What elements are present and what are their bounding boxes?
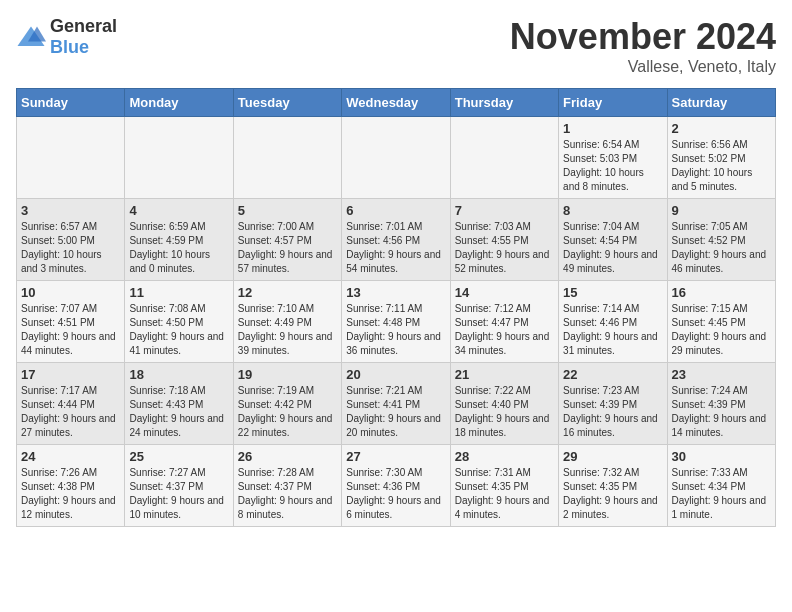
calendar-cell	[342, 117, 450, 199]
calendar-cell: 22Sunrise: 7:23 AM Sunset: 4:39 PM Dayli…	[559, 363, 667, 445]
calendar-header-row: SundayMondayTuesdayWednesdayThursdayFrid…	[17, 89, 776, 117]
day-info: Sunrise: 6:54 AM Sunset: 5:03 PM Dayligh…	[563, 138, 662, 194]
month-title: November 2024	[510, 16, 776, 58]
day-number: 3	[21, 203, 120, 218]
calendar-cell: 19Sunrise: 7:19 AM Sunset: 4:42 PM Dayli…	[233, 363, 341, 445]
calendar-table: SundayMondayTuesdayWednesdayThursdayFrid…	[16, 88, 776, 527]
day-number: 18	[129, 367, 228, 382]
day-info: Sunrise: 7:04 AM Sunset: 4:54 PM Dayligh…	[563, 220, 662, 276]
day-info: Sunrise: 6:59 AM Sunset: 4:59 PM Dayligh…	[129, 220, 228, 276]
calendar-cell	[450, 117, 558, 199]
day-info: Sunrise: 7:07 AM Sunset: 4:51 PM Dayligh…	[21, 302, 120, 358]
day-info: Sunrise: 7:08 AM Sunset: 4:50 PM Dayligh…	[129, 302, 228, 358]
calendar-cell: 27Sunrise: 7:30 AM Sunset: 4:36 PM Dayli…	[342, 445, 450, 527]
day-number: 15	[563, 285, 662, 300]
day-number: 22	[563, 367, 662, 382]
day-number: 19	[238, 367, 337, 382]
calendar-cell: 20Sunrise: 7:21 AM Sunset: 4:41 PM Dayli…	[342, 363, 450, 445]
calendar-cell: 14Sunrise: 7:12 AM Sunset: 4:47 PM Dayli…	[450, 281, 558, 363]
calendar-cell: 9Sunrise: 7:05 AM Sunset: 4:52 PM Daylig…	[667, 199, 775, 281]
day-number: 24	[21, 449, 120, 464]
calendar-cell: 24Sunrise: 7:26 AM Sunset: 4:38 PM Dayli…	[17, 445, 125, 527]
day-number: 1	[563, 121, 662, 136]
day-info: Sunrise: 7:00 AM Sunset: 4:57 PM Dayligh…	[238, 220, 337, 276]
calendar-cell: 7Sunrise: 7:03 AM Sunset: 4:55 PM Daylig…	[450, 199, 558, 281]
day-number: 6	[346, 203, 445, 218]
title-area: November 2024 Vallese, Veneto, Italy	[510, 16, 776, 76]
day-info: Sunrise: 7:30 AM Sunset: 4:36 PM Dayligh…	[346, 466, 445, 522]
day-info: Sunrise: 7:33 AM Sunset: 4:34 PM Dayligh…	[672, 466, 771, 522]
calendar-week-1: 1Sunrise: 6:54 AM Sunset: 5:03 PM Daylig…	[17, 117, 776, 199]
day-number: 23	[672, 367, 771, 382]
day-number: 16	[672, 285, 771, 300]
logo-text: General Blue	[50, 16, 117, 58]
day-number: 13	[346, 285, 445, 300]
logo: General Blue	[16, 16, 117, 58]
day-number: 9	[672, 203, 771, 218]
day-number: 25	[129, 449, 228, 464]
day-info: Sunrise: 7:17 AM Sunset: 4:44 PM Dayligh…	[21, 384, 120, 440]
calendar-cell: 30Sunrise: 7:33 AM Sunset: 4:34 PM Dayli…	[667, 445, 775, 527]
day-info: Sunrise: 7:05 AM Sunset: 4:52 PM Dayligh…	[672, 220, 771, 276]
day-info: Sunrise: 7:26 AM Sunset: 4:38 PM Dayligh…	[21, 466, 120, 522]
day-number: 30	[672, 449, 771, 464]
day-number: 14	[455, 285, 554, 300]
calendar-cell: 3Sunrise: 6:57 AM Sunset: 5:00 PM Daylig…	[17, 199, 125, 281]
day-info: Sunrise: 7:31 AM Sunset: 4:35 PM Dayligh…	[455, 466, 554, 522]
calendar-cell: 8Sunrise: 7:04 AM Sunset: 4:54 PM Daylig…	[559, 199, 667, 281]
calendar-cell	[17, 117, 125, 199]
day-header-friday: Friday	[559, 89, 667, 117]
header: General Blue November 2024 Vallese, Vene…	[16, 16, 776, 76]
calendar-cell: 21Sunrise: 7:22 AM Sunset: 4:40 PM Dayli…	[450, 363, 558, 445]
calendar-cell: 12Sunrise: 7:10 AM Sunset: 4:49 PM Dayli…	[233, 281, 341, 363]
calendar-cell: 1Sunrise: 6:54 AM Sunset: 5:03 PM Daylig…	[559, 117, 667, 199]
day-number: 12	[238, 285, 337, 300]
day-number: 2	[672, 121, 771, 136]
day-number: 7	[455, 203, 554, 218]
calendar-cell: 26Sunrise: 7:28 AM Sunset: 4:37 PM Dayli…	[233, 445, 341, 527]
calendar-cell: 10Sunrise: 7:07 AM Sunset: 4:51 PM Dayli…	[17, 281, 125, 363]
calendar-cell: 4Sunrise: 6:59 AM Sunset: 4:59 PM Daylig…	[125, 199, 233, 281]
calendar-cell: 2Sunrise: 6:56 AM Sunset: 5:02 PM Daylig…	[667, 117, 775, 199]
calendar-cell: 13Sunrise: 7:11 AM Sunset: 4:48 PM Dayli…	[342, 281, 450, 363]
day-info: Sunrise: 7:15 AM Sunset: 4:45 PM Dayligh…	[672, 302, 771, 358]
day-info: Sunrise: 7:32 AM Sunset: 4:35 PM Dayligh…	[563, 466, 662, 522]
day-info: Sunrise: 7:10 AM Sunset: 4:49 PM Dayligh…	[238, 302, 337, 358]
day-info: Sunrise: 7:23 AM Sunset: 4:39 PM Dayligh…	[563, 384, 662, 440]
day-info: Sunrise: 7:21 AM Sunset: 4:41 PM Dayligh…	[346, 384, 445, 440]
day-info: Sunrise: 7:14 AM Sunset: 4:46 PM Dayligh…	[563, 302, 662, 358]
day-number: 29	[563, 449, 662, 464]
day-info: Sunrise: 6:57 AM Sunset: 5:00 PM Dayligh…	[21, 220, 120, 276]
calendar-cell: 29Sunrise: 7:32 AM Sunset: 4:35 PM Dayli…	[559, 445, 667, 527]
calendar-cell: 25Sunrise: 7:27 AM Sunset: 4:37 PM Dayli…	[125, 445, 233, 527]
day-number: 4	[129, 203, 228, 218]
calendar-cell	[233, 117, 341, 199]
day-number: 27	[346, 449, 445, 464]
calendar-week-4: 17Sunrise: 7:17 AM Sunset: 4:44 PM Dayli…	[17, 363, 776, 445]
logo-general: General	[50, 16, 117, 36]
calendar-cell: 18Sunrise: 7:18 AM Sunset: 4:43 PM Dayli…	[125, 363, 233, 445]
day-info: Sunrise: 7:11 AM Sunset: 4:48 PM Dayligh…	[346, 302, 445, 358]
day-info: Sunrise: 7:22 AM Sunset: 4:40 PM Dayligh…	[455, 384, 554, 440]
calendar-week-3: 10Sunrise: 7:07 AM Sunset: 4:51 PM Dayli…	[17, 281, 776, 363]
calendar-cell: 23Sunrise: 7:24 AM Sunset: 4:39 PM Dayli…	[667, 363, 775, 445]
day-header-monday: Monday	[125, 89, 233, 117]
day-header-saturday: Saturday	[667, 89, 775, 117]
location-subtitle: Vallese, Veneto, Italy	[510, 58, 776, 76]
day-number: 21	[455, 367, 554, 382]
calendar-week-2: 3Sunrise: 6:57 AM Sunset: 5:00 PM Daylig…	[17, 199, 776, 281]
day-info: Sunrise: 7:27 AM Sunset: 4:37 PM Dayligh…	[129, 466, 228, 522]
day-info: Sunrise: 6:56 AM Sunset: 5:02 PM Dayligh…	[672, 138, 771, 194]
day-number: 17	[21, 367, 120, 382]
calendar-cell: 16Sunrise: 7:15 AM Sunset: 4:45 PM Dayli…	[667, 281, 775, 363]
calendar-cell: 5Sunrise: 7:00 AM Sunset: 4:57 PM Daylig…	[233, 199, 341, 281]
day-header-wednesday: Wednesday	[342, 89, 450, 117]
day-number: 20	[346, 367, 445, 382]
calendar-cell: 15Sunrise: 7:14 AM Sunset: 4:46 PM Dayli…	[559, 281, 667, 363]
day-number: 5	[238, 203, 337, 218]
day-info: Sunrise: 7:28 AM Sunset: 4:37 PM Dayligh…	[238, 466, 337, 522]
calendar-cell	[125, 117, 233, 199]
calendar-cell: 17Sunrise: 7:17 AM Sunset: 4:44 PM Dayli…	[17, 363, 125, 445]
day-header-thursday: Thursday	[450, 89, 558, 117]
calendar-cell: 28Sunrise: 7:31 AM Sunset: 4:35 PM Dayli…	[450, 445, 558, 527]
